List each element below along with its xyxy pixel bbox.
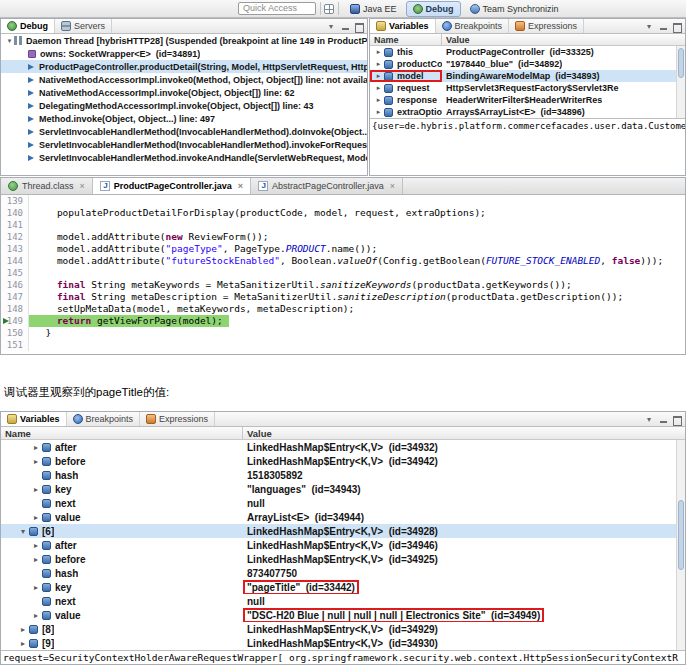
code-line[interactable]: 146 final String metaKeywords = MetaSani… — [1, 279, 685, 291]
debug-frame-row[interactable]: NativeMethodAccessorImpl.invoke(Object, … — [1, 86, 367, 99]
minimize-icon[interactable] — [340, 21, 351, 32]
code-line[interactable]: 151 — [1, 339, 685, 351]
bottom-variable-row[interactable]: hash1518305892 — [1, 468, 685, 482]
expander-icon[interactable]: ▸ — [374, 60, 383, 68]
column-header-name[interactable]: Name — [370, 34, 442, 45]
perspective-debug[interactable]: Debug — [406, 1, 461, 17]
debug-frame-row[interactable]: ▾Daemon Thread [hybrisHTTP28] (Suspended… — [1, 34, 367, 47]
variables-view-tab-variables[interactable]: Variables — [370, 19, 436, 33]
expander-icon[interactable]: ▸ — [374, 108, 383, 116]
editor-tab-thread-class[interactable]: Thread.class× — [1, 178, 93, 194]
debug-frame-row[interactable]: ServletInvocableHandlerMethod(InvocableH… — [1, 125, 367, 138]
bottom-variable-row[interactable]: ▸value"DSC-H20 Blue | null | null | null… — [1, 608, 685, 622]
bottom-variable-row[interactable]: ▸beforeLinkedHashMap$Entry<K,V> (id=3492… — [1, 552, 685, 566]
code-line[interactable]: 149 return getViewForPage(model); — [1, 315, 685, 327]
bottom-variable-row[interactable]: ▸valueArrayList<E> (id=34944) — [1, 510, 685, 524]
variable-row[interactable]: ▸thisProductPageController (id=33325) — [370, 46, 685, 58]
variable-row[interactable]: ▸requestHttpServlet3RequestFactory$Servl… — [370, 82, 685, 94]
bottom-variable-row[interactable]: ▸key"languages" (id=34943) — [1, 482, 685, 496]
expander-icon[interactable]: ▸ — [31, 583, 41, 592]
column-header-value[interactable]: Value — [442, 34, 685, 45]
scrollbar-thumb[interactable] — [678, 48, 684, 78]
expander-icon[interactable]: ▸ — [374, 84, 383, 92]
maximize-icon[interactable] — [671, 414, 682, 425]
open-perspective-icon[interactable] — [324, 4, 334, 14]
code-line[interactable]: 142 model.addAttribute(new ReviewForm())… — [1, 231, 685, 243]
expander-icon[interactable]: ▸ — [31, 611, 41, 620]
expander-icon[interactable]: ▸ — [374, 48, 383, 56]
bottom-variable-row[interactable]: ▸key"pageTitle" (id=33442) — [1, 580, 685, 594]
debug-frame-row[interactable]: ServletInvocableHandlerMethod(InvocableH… — [1, 138, 367, 151]
debug-frame-row[interactable]: Method.invoke(Object, Object...) line: 4… — [1, 112, 367, 125]
expander-icon[interactable]: ▸ — [31, 555, 41, 564]
expander-icon[interactable]: ▸ — [31, 541, 41, 550]
code-line[interactable]: 140 populateProductDetailForDisplay(prod… — [1, 207, 685, 219]
maximize-icon[interactable] — [353, 21, 364, 32]
bottom-variable-row[interactable]: nextnull — [1, 594, 685, 608]
perspective-team-synchronizin[interactable]: Team Synchronizin — [463, 1, 566, 17]
bottom-variable-row[interactable]: nextnull — [1, 496, 685, 510]
debug-frame-row[interactable]: NativeMethodAccessorImpl.invoke0(Method,… — [1, 73, 367, 86]
expander-icon[interactable]: ▾ — [18, 527, 28, 536]
vertical-scrollbar[interactable] — [676, 440, 685, 650]
editor-tab-abstractpagecontroller-java[interactable]: AbstractPageController.java× — [251, 178, 403, 194]
debug-view-tab-servers[interactable]: Servers — [55, 19, 112, 33]
bottom-view-tab-breakpoints[interactable]: Breakpoints — [67, 412, 141, 426]
close-icon[interactable]: × — [390, 181, 395, 191]
bottom-variable-row[interactable]: ▸afterLinkedHashMap$Entry<K,V> (id=34946… — [1, 538, 685, 552]
bottom-variable-row[interactable]: ▸[8]LinkedHashMap$Entry<K,V> (id=34929) — [1, 622, 685, 636]
expander-icon[interactable]: ▸ — [31, 443, 41, 452]
code-line[interactable]: 148 setUpMetaData(model, metaKeywords, m… — [1, 303, 685, 315]
view-menu-icon[interactable] — [645, 21, 656, 32]
code-line[interactable]: 144 model.addAttribute("futureStockEnabl… — [1, 255, 685, 267]
bottom-view-tab-variables[interactable]: Variables — [1, 412, 67, 426]
debug-frame-row[interactable]: DelegatingMethodAccessorImpl.invoke(Obje… — [1, 99, 367, 112]
view-menu-icon[interactable] — [327, 21, 338, 32]
perspective-java-ee[interactable]: Java EE — [343, 1, 404, 17]
debug-frame-row[interactable]: ServletInvocableHandlerMethod.invokeAndH… — [1, 151, 367, 164]
bottom-variable-row[interactable]: ▸beforeLinkedHashMap$Entry<K,V> (id=3494… — [1, 454, 685, 468]
variables-view-tab-expressions[interactable]: Expressions — [509, 19, 584, 33]
close-icon[interactable]: × — [80, 181, 85, 191]
expander-icon[interactable]: ▸ — [31, 513, 41, 522]
variable-detail-pane[interactable]: request=SecurityContextHolderAwareReques… — [1, 650, 685, 664]
scrollbar-thumb[interactable] — [678, 500, 684, 570]
code-line[interactable]: 139 — [1, 195, 685, 207]
expander-icon[interactable]: ▸ — [18, 639, 28, 648]
variable-row[interactable]: ▸modelBindingAwareModelMap (id=34893) — [370, 70, 685, 82]
minimize-icon[interactable] — [658, 414, 669, 425]
debug-frame-row[interactable]: ProductPageController.productDetail(Stri… — [1, 60, 367, 73]
variables-view-tab-breakpoints[interactable]: Breakpoints — [436, 19, 510, 33]
quick-access-box[interactable]: Quick Access — [238, 2, 316, 15]
code-line[interactable]: 145 — [1, 267, 685, 279]
code-line[interactable]: 150 } — [1, 327, 685, 339]
expander-icon[interactable]: ▸ — [31, 485, 41, 494]
code-line[interactable]: 147 final String metaDescription = MetaS… — [1, 291, 685, 303]
close-icon[interactable]: × — [238, 181, 243, 191]
expander-icon[interactable]: ▸ — [18, 625, 28, 634]
bottom-variable-row[interactable]: hash873407750 — [1, 566, 685, 580]
maximize-icon[interactable] — [671, 21, 682, 32]
column-header-name[interactable]: Name — [1, 427, 243, 439]
expander-icon[interactable]: ▸ — [374, 72, 383, 80]
bottom-variable-row[interactable]: ▾[6]LinkedHashMap$Entry<K,V> (id=34928) — [1, 524, 685, 538]
editor-tab-productpagecontroller-java[interactable]: ProductPageController.java× — [93, 178, 251, 194]
expander-icon[interactable]: ▸ — [374, 96, 383, 104]
variable-row[interactable]: ▸productCode"1978440_blue" (id=34892) — [370, 58, 685, 70]
view-menu-icon[interactable] — [645, 414, 656, 425]
expander-icon[interactable]: ▸ — [31, 457, 41, 466]
bottom-view-tab-expressions[interactable]: Expressions — [140, 412, 215, 426]
code-line[interactable]: 143 model.addAttribute("pageType", PageT… — [1, 243, 685, 255]
expander-icon[interactable]: ▾ — [5, 37, 14, 45]
vertical-scrollbar[interactable] — [676, 46, 685, 118]
variable-row[interactable]: ▸responseHeaderWriterFilter$HeaderWriter… — [370, 94, 685, 106]
debug-view-tab-debug[interactable]: Debug — [1, 19, 55, 33]
minimize-icon[interactable] — [658, 21, 669, 32]
bottom-variable-row[interactable]: ▸[9]LinkedHashMap$Entry<K,V> (id=34930) — [1, 636, 685, 650]
code-line[interactable]: 141 — [1, 219, 685, 231]
column-header-value[interactable]: Value — [243, 427, 685, 439]
variable-detail-pane[interactable]: {user=de.hybris.platform.commercefacades… — [370, 118, 685, 175]
variable-row[interactable]: ▸extraOptionsArrays$ArrayList<E> (id=348… — [370, 106, 685, 118]
bottom-variable-row[interactable]: ▸afterLinkedHashMap$Entry<K,V> (id=34932… — [1, 440, 685, 454]
debug-frame-row[interactable]: owns: SocketWrapper<E> (id=34891) — [1, 47, 367, 60]
